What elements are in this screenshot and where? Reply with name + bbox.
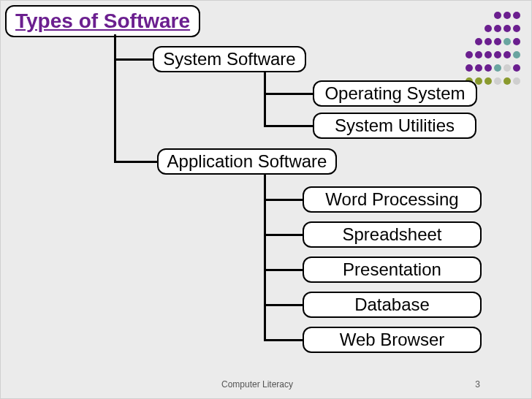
connector — [114, 161, 158, 163]
connector — [264, 304, 303, 306]
connector — [264, 339, 303, 341]
connector — [264, 269, 303, 271]
node-system-utilities: System Utilities — [313, 113, 476, 139]
connector — [264, 199, 303, 201]
node-application-software: Application Software — [157, 148, 337, 175]
node-web-browser: Web Browser — [303, 327, 482, 353]
footer-page-number: 3 — [475, 379, 480, 390]
node-presentation: Presentation — [303, 256, 482, 283]
connector — [264, 72, 266, 126]
node-spreadsheet: Spreadsheet — [303, 221, 482, 248]
node-database: Database — [303, 292, 482, 318]
footer-course: Computer Literacy — [221, 379, 293, 390]
decorative-dot-grid — [464, 10, 521, 88]
connector — [264, 125, 314, 127]
connector — [264, 234, 303, 236]
node-word-processing: Word Processing — [303, 186, 482, 213]
node-system-software: System Software — [153, 46, 306, 72]
title-node: Types of Software — [5, 5, 200, 37]
connector — [114, 58, 153, 61]
connector — [114, 34, 116, 162]
connector — [264, 93, 314, 95]
node-operating-system: Operating System — [313, 80, 477, 107]
